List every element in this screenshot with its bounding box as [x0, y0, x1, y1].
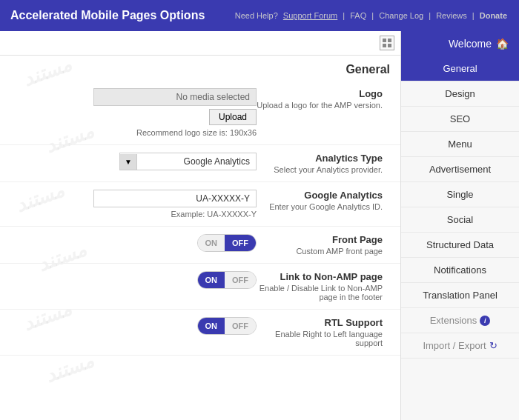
sidebar-translation-panel-label: Translation Panel — [423, 290, 497, 301]
sidebar-item-single[interactable]: Single — [401, 182, 519, 207]
separator1: | — [343, 11, 347, 20]
sidebar-welcome[interactable]: Welcome 🏠 — [401, 31, 519, 56]
need-help-text: Need Help? — [235, 11, 278, 20]
sidebar-item-seo[interactable]: SEO — [401, 107, 519, 132]
analytics-type-title: Analytics Type — [257, 153, 383, 164]
link-noamp-title: Link to Non-AMP page — [257, 271, 383, 282]
svg-rect-2 — [383, 44, 386, 47]
sidebar-item-advertisement[interactable]: Advertisement — [401, 157, 519, 182]
grid-icon[interactable] — [380, 36, 394, 50]
logo-hint: Recommend logo size is: 190x36 — [136, 128, 257, 137]
rtl-desc: Enable Right to Left language support — [257, 330, 383, 347]
sidebar-item-menu[interactable]: Menu — [401, 132, 519, 157]
sidebar-general-label: General — [443, 63, 477, 74]
logo-form-right: Logo Upload a logo for the AMP version. — [257, 88, 390, 110]
link-noamp-off[interactable]: OFF — [225, 272, 256, 288]
rtl-toggle-wrap: ON OFF — [197, 317, 257, 335]
analytics-select-wrap[interactable]: ▼ Google Analytics — [119, 153, 257, 170]
separator4: | — [472, 11, 477, 20]
app-title: Accelerated Mobile Pages Options — [10, 9, 205, 22]
link-noamp-form-right: Link to Non-AMP page Enable / Disable Li… — [257, 271, 390, 301]
sidebar-notifications-label: Notifications — [434, 264, 486, 276]
rtl-form-left: ON OFF — [10, 317, 257, 335]
main-layout: مستند مستند مستند مستند مستند مستند Gene… — [0, 31, 519, 420]
sidebar-item-social[interactable]: Social — [401, 207, 519, 233]
analytics-type-desc: Select your Analytics provider. — [257, 165, 383, 174]
rtl-off[interactable]: OFF — [225, 318, 256, 334]
refresh-icon: ↻ — [489, 340, 497, 351]
rtl-form-right: RTL Support Enable Right to Left languag… — [257, 317, 390, 347]
reviews-link[interactable]: Reviews — [436, 11, 467, 20]
support-forum-link[interactable]: Support Forum — [283, 11, 337, 20]
media-input: No media selected — [93, 88, 257, 106]
front-page-row: ON OFF Front Page Custom AMP front page — [0, 227, 400, 264]
svg-rect-0 — [383, 39, 386, 42]
upload-button[interactable]: Upload — [209, 109, 257, 125]
logo-field-desc: Upload a logo for the AMP version. — [257, 101, 383, 110]
select-arrow-icon: ▼ — [120, 154, 137, 170]
ga-field-title: Google Analytics — [257, 190, 383, 201]
svg-rect-1 — [388, 39, 391, 42]
sidebar: Welcome 🏠 General Design SEO Menu Advert… — [400, 31, 519, 420]
rtl-title: RTL Support — [257, 317, 383, 328]
sidebar-import-export[interactable]: Import / Export ↻ — [401, 333, 519, 359]
header: Accelerated Mobile Pages Options Need He… — [0, 0, 519, 31]
sidebar-extensions[interactable]: Extensions i — [401, 308, 519, 333]
content-area: مستند مستند مستند مستند مستند مستند Gene… — [0, 31, 400, 420]
link-noamp-toggle[interactable]: ON OFF — [197, 271, 257, 289]
front-page-toggle-wrap: ON OFF — [197, 234, 257, 252]
ga-form-left: Example: UA-XXXXX-Y — [10, 190, 257, 219]
front-page-toggle[interactable]: ON OFF — [197, 234, 257, 252]
info-icon: i — [480, 316, 490, 326]
sidebar-advertisement-label: Advertisement — [429, 164, 491, 175]
sidebar-item-translation-panel[interactable]: Translation Panel — [401, 283, 519, 308]
ua-input[interactable] — [93, 190, 257, 207]
sidebar-design-label: Design — [445, 88, 475, 99]
logo-row: No media selected Upload Recommend logo … — [0, 81, 400, 145]
grid-svg — [383, 39, 391, 47]
front-page-desc: Custom AMP front page — [257, 247, 383, 256]
sidebar-item-structured-data[interactable]: Structured Data — [401, 233, 519, 258]
ga-field-desc: Enter your Google Analytics ID. — [257, 202, 383, 211]
donate-link[interactable]: Donate — [480, 11, 507, 20]
content-topbar — [0, 31, 400, 56]
sidebar-menu-label: Menu — [448, 139, 472, 150]
analytics-select-value[interactable]: Google Analytics — [137, 153, 256, 170]
import-export-label: Import / Export — [423, 340, 486, 351]
extensions-label: Extensions — [430, 315, 477, 326]
front-page-form-right: Front Page Custom AMP front page — [257, 234, 390, 256]
analytics-type-row: ▼ Google Analytics Analytics Type Select… — [0, 145, 400, 182]
rtl-row: ON OFF RTL Support Enable Right to Left … — [0, 310, 400, 356]
sidebar-item-design[interactable]: Design — [401, 81, 519, 107]
logo-field-title: Logo — [257, 88, 383, 99]
front-page-on[interactable]: ON — [198, 235, 225, 251]
rtl-on[interactable]: ON — [198, 318, 225, 334]
sidebar-single-label: Single — [446, 189, 473, 200]
section-title: General — [0, 56, 400, 81]
welcome-label: Welcome — [449, 38, 492, 50]
separator2: | — [371, 11, 376, 20]
link-noamp-form-left: ON OFF — [10, 271, 257, 289]
faq-link[interactable]: FAQ — [350, 11, 366, 20]
sidebar-item-notifications[interactable]: Notifications — [401, 258, 519, 283]
sidebar-seo-label: SEO — [450, 113, 470, 124]
rtl-toggle[interactable]: ON OFF — [197, 317, 257, 335]
link-noamp-desc: Enable / Disable Link to Non-AMP page in… — [257, 284, 383, 301]
ua-example: Example: UA-XXXXX-Y — [171, 210, 257, 219]
logo-form-left: No media selected Upload Recommend logo … — [10, 88, 257, 137]
sidebar-item-general[interactable]: General — [401, 56, 519, 81]
svg-rect-3 — [388, 44, 391, 47]
change-log-link[interactable]: Change Log — [379, 11, 423, 20]
sidebar-structured-data-label: Structured Data — [426, 239, 494, 250]
link-noamp-on[interactable]: ON — [198, 272, 225, 288]
header-links: Need Help? Support Forum | FAQ | Change … — [234, 11, 509, 20]
front-page-form-left: ON OFF — [10, 234, 257, 252]
ga-form-right: Google Analytics Enter your Google Analy… — [257, 190, 390, 211]
google-analytics-row: Example: UA-XXXXX-Y Google Analytics Ent… — [0, 182, 400, 227]
link-noamp-row: ON OFF Link to Non-AMP page Enable / Dis… — [0, 264, 400, 310]
separator3: | — [429, 11, 433, 20]
home-icon: 🏠 — [496, 38, 509, 50]
front-page-off[interactable]: OFF — [225, 235, 256, 251]
front-page-title: Front Page — [257, 234, 383, 245]
analytics-form-left: ▼ Google Analytics — [10, 153, 257, 170]
